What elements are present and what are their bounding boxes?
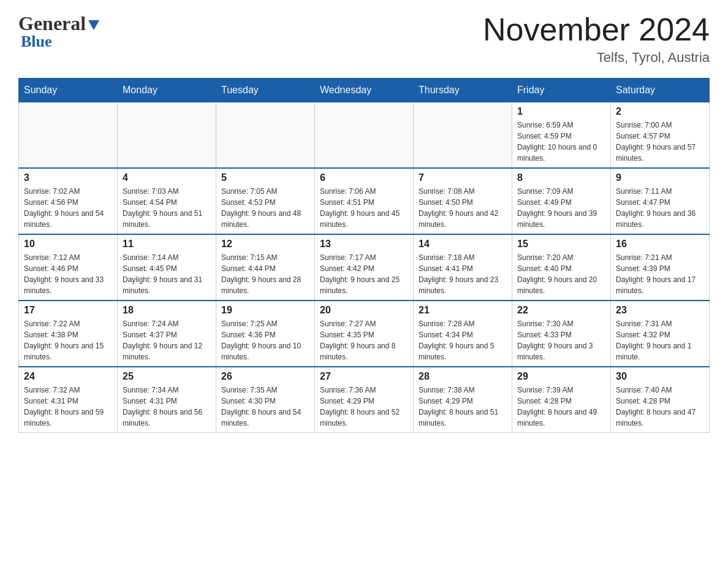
day-number: 10 xyxy=(24,239,112,250)
day-number: 22 xyxy=(517,305,605,316)
day-info: Sunrise: 7:20 AMSunset: 4:40 PMDaylight:… xyxy=(517,252,605,296)
calendar-cell: 22Sunrise: 7:30 AMSunset: 4:33 PMDayligh… xyxy=(512,301,611,367)
calendar-cell: 20Sunrise: 7:27 AMSunset: 4:35 PMDayligh… xyxy=(315,301,414,367)
calendar-cell: 6Sunrise: 7:06 AMSunset: 4:51 PMDaylight… xyxy=(315,168,414,234)
month-title: November 2024 xyxy=(483,12,710,47)
day-info: Sunrise: 7:30 AMSunset: 4:33 PMDaylight:… xyxy=(517,318,605,362)
svg-marker-0 xyxy=(88,20,99,30)
calendar-cell: 1Sunrise: 6:59 AMSunset: 4:59 PMDaylight… xyxy=(512,102,611,169)
day-number: 24 xyxy=(24,371,112,382)
day-info: Sunrise: 7:18 AMSunset: 4:41 PMDaylight:… xyxy=(419,252,507,296)
day-number: 29 xyxy=(517,371,605,382)
day-info: Sunrise: 7:21 AMSunset: 4:39 PMDaylight:… xyxy=(616,252,704,296)
day-info: Sunrise: 7:25 AMSunset: 4:36 PMDaylight:… xyxy=(221,318,309,362)
calendar-cell: 14Sunrise: 7:18 AMSunset: 4:41 PMDayligh… xyxy=(414,234,512,301)
day-info: Sunrise: 7:27 AMSunset: 4:35 PMDaylight:… xyxy=(320,318,408,362)
day-number: 5 xyxy=(221,172,309,183)
day-number: 4 xyxy=(123,172,211,183)
calendar-cell: 21Sunrise: 7:28 AMSunset: 4:34 PMDayligh… xyxy=(414,301,512,367)
calendar-header-wednesday: Wednesday xyxy=(315,79,414,102)
day-info: Sunrise: 7:09 AMSunset: 4:49 PMDaylight:… xyxy=(517,186,605,230)
calendar-week-row-5: 24Sunrise: 7:32 AMSunset: 4:31 PMDayligh… xyxy=(19,367,710,433)
day-number: 13 xyxy=(320,239,408,250)
day-info: Sunrise: 7:24 AMSunset: 4:37 PMDaylight:… xyxy=(123,318,211,362)
calendar-cell: 7Sunrise: 7:08 AMSunset: 4:50 PMDaylight… xyxy=(414,168,512,234)
day-number: 9 xyxy=(616,172,704,183)
day-info: Sunrise: 7:14 AMSunset: 4:45 PMDaylight:… xyxy=(123,252,211,296)
day-info: Sunrise: 7:32 AMSunset: 4:31 PMDaylight:… xyxy=(24,385,112,429)
calendar-week-row-2: 3Sunrise: 7:02 AMSunset: 4:56 PMDaylight… xyxy=(19,168,710,234)
calendar-cell xyxy=(315,102,414,169)
calendar-cell: 10Sunrise: 7:12 AMSunset: 4:46 PMDayligh… xyxy=(19,234,118,301)
day-number: 16 xyxy=(616,239,704,250)
logo: General xyxy=(18,12,100,35)
day-number: 7 xyxy=(419,172,507,183)
day-info: Sunrise: 7:03 AMSunset: 4:54 PMDaylight:… xyxy=(123,186,211,230)
logo-triangle-icon xyxy=(87,18,100,31)
calendar-cell: 24Sunrise: 7:32 AMSunset: 4:31 PMDayligh… xyxy=(19,367,118,433)
day-info: Sunrise: 7:02 AMSunset: 4:56 PMDaylight:… xyxy=(24,186,112,230)
calendar-cell: 5Sunrise: 7:05 AMSunset: 4:53 PMDaylight… xyxy=(216,168,315,234)
calendar-cell: 4Sunrise: 7:03 AMSunset: 4:54 PMDaylight… xyxy=(118,168,216,234)
day-info: Sunrise: 7:22 AMSunset: 4:38 PMDaylight:… xyxy=(24,318,112,362)
calendar-table: SundayMondayTuesdayWednesdayThursdayFrid… xyxy=(18,78,710,433)
day-info: Sunrise: 7:28 AMSunset: 4:34 PMDaylight:… xyxy=(419,318,507,362)
day-info: Sunrise: 7:35 AMSunset: 4:30 PMDaylight:… xyxy=(221,385,309,429)
calendar-cell xyxy=(414,102,512,169)
day-number: 12 xyxy=(221,239,309,250)
day-number: 17 xyxy=(24,305,112,316)
day-number: 25 xyxy=(123,371,211,382)
day-info: Sunrise: 7:17 AMSunset: 4:42 PMDaylight:… xyxy=(320,252,408,296)
calendar-cell: 25Sunrise: 7:34 AMSunset: 4:31 PMDayligh… xyxy=(118,367,216,433)
location-title: Telfs, Tyrol, Austria xyxy=(483,50,710,66)
day-info: Sunrise: 7:40 AMSunset: 4:28 PMDaylight:… xyxy=(616,385,704,429)
calendar-cell: 23Sunrise: 7:31 AMSunset: 4:32 PMDayligh… xyxy=(611,301,710,367)
day-number: 26 xyxy=(221,371,309,382)
calendar-week-row-4: 17Sunrise: 7:22 AMSunset: 4:38 PMDayligh… xyxy=(19,301,710,367)
calendar-week-row-3: 10Sunrise: 7:12 AMSunset: 4:46 PMDayligh… xyxy=(19,234,710,301)
day-info: Sunrise: 7:39 AMSunset: 4:28 PMDaylight:… xyxy=(517,385,605,429)
day-number: 28 xyxy=(419,371,507,382)
day-info: Sunrise: 7:11 AMSunset: 4:47 PMDaylight:… xyxy=(616,186,704,230)
day-number: 30 xyxy=(616,371,704,382)
logo-general-text: General xyxy=(18,12,86,35)
calendar-cell: 16Sunrise: 7:21 AMSunset: 4:39 PMDayligh… xyxy=(611,234,710,301)
day-number: 2 xyxy=(616,106,704,117)
calendar-cell: 15Sunrise: 7:20 AMSunset: 4:40 PMDayligh… xyxy=(512,234,611,301)
day-info: Sunrise: 7:05 AMSunset: 4:53 PMDaylight:… xyxy=(221,186,309,230)
calendar-cell: 3Sunrise: 7:02 AMSunset: 4:56 PMDaylight… xyxy=(19,168,118,234)
day-number: 14 xyxy=(419,239,507,250)
calendar-cell xyxy=(118,102,216,169)
calendar-header-friday: Friday xyxy=(512,79,611,102)
logo-blue-text: Blue xyxy=(21,33,52,51)
day-info: Sunrise: 7:36 AMSunset: 4:29 PMDaylight:… xyxy=(320,385,408,429)
day-info: Sunrise: 6:59 AMSunset: 4:59 PMDaylight:… xyxy=(517,120,605,164)
calendar-cell: 19Sunrise: 7:25 AMSunset: 4:36 PMDayligh… xyxy=(216,301,315,367)
day-info: Sunrise: 7:31 AMSunset: 4:32 PMDaylight:… xyxy=(616,318,704,362)
day-number: 8 xyxy=(517,172,605,183)
day-number: 3 xyxy=(24,172,112,183)
calendar-cell: 11Sunrise: 7:14 AMSunset: 4:45 PMDayligh… xyxy=(118,234,216,301)
day-number: 18 xyxy=(123,305,211,316)
calendar-cell xyxy=(216,102,315,169)
calendar-cell: 30Sunrise: 7:40 AMSunset: 4:28 PMDayligh… xyxy=(611,367,710,433)
day-number: 11 xyxy=(123,239,211,250)
day-info: Sunrise: 7:08 AMSunset: 4:50 PMDaylight:… xyxy=(419,186,507,230)
day-info: Sunrise: 7:34 AMSunset: 4:31 PMDaylight:… xyxy=(123,385,211,429)
day-number: 19 xyxy=(221,305,309,316)
calendar-cell xyxy=(19,102,118,169)
calendar-header-thursday: Thursday xyxy=(414,79,512,102)
calendar-cell: 17Sunrise: 7:22 AMSunset: 4:38 PMDayligh… xyxy=(19,301,118,367)
calendar-header-monday: Monday xyxy=(118,79,216,102)
day-number: 15 xyxy=(517,239,605,250)
day-info: Sunrise: 7:15 AMSunset: 4:44 PMDaylight:… xyxy=(221,252,309,296)
calendar-header-tuesday: Tuesday xyxy=(216,79,315,102)
day-info: Sunrise: 7:00 AMSunset: 4:57 PMDaylight:… xyxy=(616,120,704,164)
day-info: Sunrise: 7:06 AMSunset: 4:51 PMDaylight:… xyxy=(320,186,408,230)
calendar-header-sunday: Sunday xyxy=(19,79,118,102)
day-info: Sunrise: 7:38 AMSunset: 4:29 PMDaylight:… xyxy=(419,385,507,429)
page-header: General Blue November 2024 Telfs, Tyrol,… xyxy=(18,12,710,66)
calendar-cell: 12Sunrise: 7:15 AMSunset: 4:44 PMDayligh… xyxy=(216,234,315,301)
calendar-cell: 18Sunrise: 7:24 AMSunset: 4:37 PMDayligh… xyxy=(118,301,216,367)
day-number: 20 xyxy=(320,305,408,316)
